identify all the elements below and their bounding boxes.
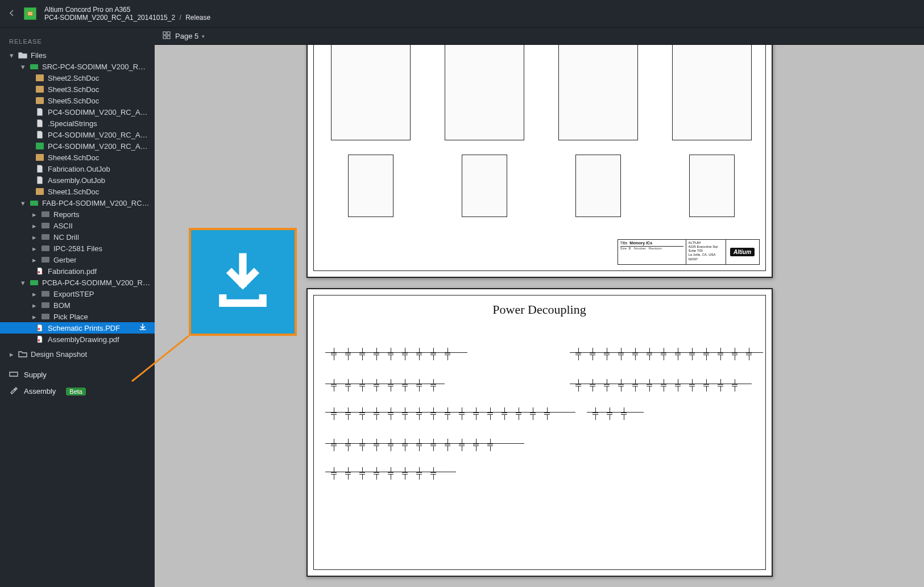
file-icon xyxy=(35,108,44,116)
sidebar-group[interactable]: ▾ PCBA-PC4-SODIMM_V200_RC_A1_20... xyxy=(0,277,155,288)
sidebar-item[interactable]: PC4-SODIMM_V200_RC_A1_2014... xyxy=(0,140,155,152)
app-logo xyxy=(24,7,36,20)
sidebar-item[interactable]: ▸Pick Place xyxy=(0,311,155,322)
capacitor-symbol xyxy=(402,407,408,420)
sidebar-item[interactable]: Sheet2.SchDoc xyxy=(0,72,155,84)
breadcrumb-page: Release xyxy=(185,14,210,22)
capacitor-symbol xyxy=(530,407,536,420)
sidebar-item[interactable]: PC4-SODIMM_V200_RC_A1_2014... xyxy=(0,129,155,140)
sidebar-item[interactable]: ▸ExportSTEP xyxy=(0,288,155,299)
capacitor-symbol xyxy=(502,407,507,420)
page-selector[interactable]: Page 5 ▾ xyxy=(175,32,205,40)
capacitor-symbol xyxy=(331,348,337,360)
capacitor-symbol xyxy=(621,407,627,420)
svg-rect-24 xyxy=(167,36,170,39)
capacitor-symbol xyxy=(359,467,365,480)
capacitor-symbol xyxy=(430,439,436,451)
folder-icon xyxy=(41,210,50,218)
sidebar-item[interactable]: ▸IPC-2581 Files xyxy=(0,243,155,254)
capacitor-symbol xyxy=(689,379,695,392)
sidebar-item[interactable]: Assembly.OutJob xyxy=(0,174,155,186)
svg-rect-9 xyxy=(42,223,49,228)
sidebar-group[interactable]: ▾ FAB-PC4-SODIMM_V200_RC_A1_201... xyxy=(0,197,155,209)
nav-assembly[interactable]: Assembly Beta xyxy=(0,383,155,399)
sidebar-item[interactable]: Sheet3.SchDoc xyxy=(0,84,155,95)
nav-supply[interactable]: Supply xyxy=(0,367,155,383)
capacitor-symbol xyxy=(374,407,379,420)
chevron-left-icon xyxy=(8,9,16,17)
sidebar-item[interactable]: PC4-SODIMM_V200_RC_A1_2014... xyxy=(0,106,155,118)
folder-icon xyxy=(30,199,39,207)
breadcrumb-item[interactable]: PC4-SODIMM_V200_RC_A1_20141015_2 xyxy=(44,14,175,22)
capacitor-symbol xyxy=(359,348,365,360)
sidebar-item-selected[interactable]: Schematic Prints.PDF xyxy=(0,322,155,334)
capacitor-symbol xyxy=(604,379,610,392)
folder-icon xyxy=(41,313,50,320)
sidebar-design-snapshot[interactable]: ▸ Design Snapshot xyxy=(0,348,155,360)
capacitor-symbol xyxy=(487,439,493,451)
pdf-icon xyxy=(35,335,44,343)
folder-icon xyxy=(41,256,50,264)
capacitor-symbol xyxy=(607,407,612,420)
capacitor-symbol xyxy=(331,379,337,392)
sidebar-item[interactable]: Sheet5.SchDoc xyxy=(0,95,155,106)
capacitor-symbol xyxy=(416,407,422,420)
capacitor-symbol xyxy=(388,467,393,480)
chevron-down-icon: ▾ xyxy=(19,278,26,287)
capacitor-symbol xyxy=(445,407,450,420)
chevron-right-icon: ▸ xyxy=(31,222,38,230)
schdoc-icon xyxy=(35,85,44,93)
capacitor-symbol xyxy=(732,348,737,360)
drawing-title: Power Decoupling xyxy=(314,302,765,317)
svg-rect-11 xyxy=(42,245,49,251)
svg-rect-12 xyxy=(42,257,49,263)
capacitor-symbol xyxy=(345,439,351,451)
svg-rect-4 xyxy=(36,143,44,149)
capacitor-symbol xyxy=(604,348,610,360)
sidebar-item[interactable]: .SpecialStrings xyxy=(0,118,155,129)
folder-icon xyxy=(41,301,50,309)
capacitor-symbol xyxy=(416,348,422,360)
capacitor-symbol xyxy=(632,348,638,360)
project-icon xyxy=(35,142,44,150)
chevron-right-icon: ▸ xyxy=(31,290,38,298)
breadcrumb: PC4-SODIMM_V200_RC_A1_20141015_2 / Relea… xyxy=(44,14,210,22)
capacitor-symbol xyxy=(345,348,351,360)
folder-open-icon xyxy=(18,51,27,59)
svg-rect-10 xyxy=(42,234,49,240)
sidebar-root-files[interactable]: ▾ Files xyxy=(0,49,155,61)
capacitor-symbol xyxy=(430,467,436,480)
schdoc-icon xyxy=(35,153,44,161)
capacitor-symbol xyxy=(331,467,337,480)
page-grid-icon[interactable] xyxy=(163,31,171,41)
sidebar-item[interactable]: ▸Reports xyxy=(0,209,155,220)
chevron-right-icon: ▸ xyxy=(31,244,38,253)
file-icon xyxy=(35,176,44,184)
sidebar-item[interactable]: ▸ASCII xyxy=(0,220,155,231)
capacitor-symbol xyxy=(703,348,709,360)
capacitor-symbol xyxy=(331,439,337,451)
chevron-right-icon: ▸ xyxy=(31,210,38,219)
sidebar-item[interactable]: ▸BOM xyxy=(0,299,155,311)
capacitor-symbol xyxy=(416,439,422,451)
capacitor-symbol xyxy=(345,407,351,420)
sidebar-item[interactable]: Sheet4.SchDoc xyxy=(0,152,155,163)
capacitor-symbol xyxy=(388,348,393,360)
capacitor-symbol xyxy=(345,467,351,480)
back-button[interactable] xyxy=(8,9,16,19)
sidebar-item[interactable]: ▸Gerber xyxy=(0,254,155,265)
sidebar-item[interactable]: Sheet1.SchDoc xyxy=(0,186,155,197)
sidebar-item[interactable]: Fabrication.OutJob xyxy=(0,163,155,174)
sidebar-group[interactable]: ▾ SRC-PC4-SODIMM_V200_RC_A1_201... xyxy=(0,61,155,72)
svg-point-18 xyxy=(38,328,40,330)
sidebar-item[interactable]: Fabrication.pdf xyxy=(0,265,155,277)
capacitor-symbol xyxy=(388,379,393,392)
capacitor-symbol xyxy=(703,379,709,392)
sidebar-item[interactable]: ▸NC Drill xyxy=(0,231,155,243)
capacitor-symbol xyxy=(445,348,450,360)
capacitor-symbol xyxy=(618,348,624,360)
capacitor-symbol xyxy=(331,407,337,420)
sidebar-item[interactable]: AssemblyDrawing.pdf xyxy=(0,334,155,345)
folder-icon xyxy=(41,233,50,241)
capacitor-symbol xyxy=(575,379,581,392)
